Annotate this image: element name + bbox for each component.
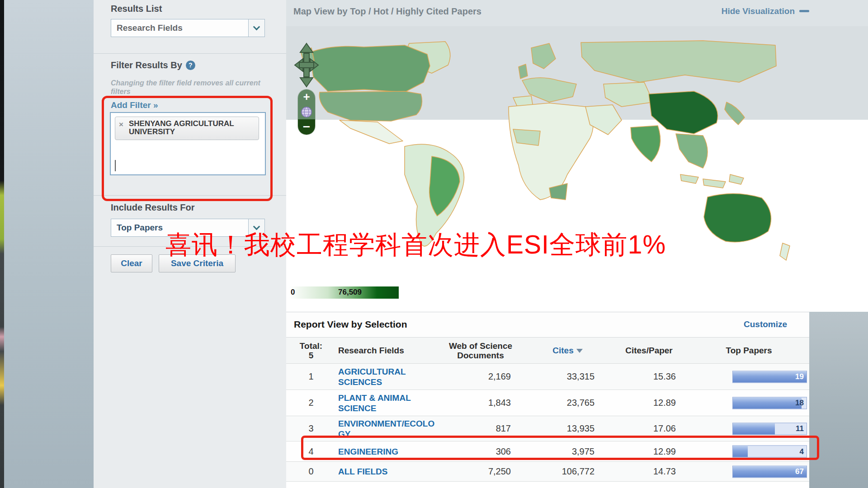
- docs-cell: 7,250: [435, 466, 526, 477]
- field-link[interactable]: AGRICULTURAL SCIENCES: [338, 367, 406, 387]
- include-results-title: Include Results For: [111, 202, 195, 213]
- bar-value: 67: [795, 467, 804, 476]
- cites-per-paper-header[interactable]: Cites/Paper: [609, 346, 689, 355]
- report-title: Report View by Selection: [294, 319, 407, 330]
- docs-cell: 1,843: [435, 398, 526, 408]
- divider: [94, 53, 286, 54]
- cites-cell: 106,772: [526, 466, 609, 477]
- docs-cell: 817: [435, 423, 526, 434]
- hide-visualization-link[interactable]: Hide Visualization: [722, 6, 809, 16]
- zoom-in-button[interactable]: +: [298, 89, 315, 104]
- research-fields-header[interactable]: Research Fields: [336, 346, 435, 356]
- top-papers-bar: 18: [689, 390, 809, 416]
- cites-cell: 23,765: [526, 398, 609, 408]
- bar-value: 11: [796, 424, 804, 433]
- report-header: Report View by Selection Customize: [286, 312, 809, 338]
- cpp-cell: 15.36: [609, 371, 689, 382]
- bar-value: 18: [795, 399, 804, 408]
- esi-app-window: Results List Research Fields Filter Resu…: [0, 0, 868, 488]
- top-papers-bar: 19: [689, 364, 809, 389]
- help-icon[interactable]: ?: [186, 61, 195, 70]
- background-panel: [4, 0, 94, 488]
- rank-cell: 3: [286, 423, 336, 434]
- bar-value: 19: [795, 372, 804, 381]
- cpp-cell: 17.06: [609, 423, 689, 434]
- minus-icon: [799, 10, 809, 12]
- cites-cell: 13,935: [526, 423, 609, 434]
- cpp-cell: 14.73: [609, 466, 689, 477]
- annotation-box-filter: [102, 96, 273, 201]
- globe-button[interactable]: [298, 104, 315, 119]
- legend-min: 0: [291, 288, 295, 297]
- sort-desc-icon: [576, 349, 583, 353]
- top-papers-header[interactable]: Top Papers: [689, 346, 809, 355]
- rank-cell: 2: [286, 398, 336, 408]
- announcement-text: 喜讯！我校工程学科首次进入ESI全球前1%: [165, 228, 666, 263]
- filter-results-title: Filter Results By?: [111, 60, 195, 70]
- filter-note: Changing the filter field removes all cu…: [111, 79, 263, 96]
- docs-cell: 2,169: [435, 371, 526, 382]
- zoom-control: + −: [298, 89, 315, 135]
- table-row: 1 AGRICULTURAL SCIENCES 2,169 33,315 15.…: [286, 364, 809, 390]
- customize-link[interactable]: Customize: [744, 319, 787, 329]
- background-panel-right: [809, 312, 868, 488]
- legend-max: 76,509: [338, 288, 362, 297]
- wos-documents-header[interactable]: Web of Science Documents: [435, 341, 526, 360]
- map-canvas: + − 0 76,509: [286, 26, 868, 312]
- report-table: Total: 5 Research Fields Web of Science …: [286, 338, 809, 482]
- globe-icon: [301, 106, 312, 118]
- desktop-edge-sliver: [0, 0, 4, 488]
- cites-header[interactable]: Cites: [526, 346, 609, 355]
- chevron-down-icon[interactable]: [248, 19, 264, 37]
- results-list-dropdown[interactable]: Research Fields: [111, 19, 265, 37]
- table-row: 0 ALL FIELDS 7,250 106,772 14.73 67: [286, 462, 809, 482]
- map-title: Map View by Top / Hot / Highly Cited Pap…: [293, 6, 481, 17]
- field-link[interactable]: PLANT & ANIMAL SCIENCE: [338, 393, 410, 413]
- table-header-row: Total: 5 Research Fields Web of Science …: [286, 338, 809, 364]
- rank-cell: 1: [286, 371, 336, 382]
- map-header: Map View by Top / Hot / Highly Cited Pap…: [286, 0, 868, 26]
- annotation-box-engineering-row: [301, 436, 819, 460]
- total-header: Total: 5: [286, 341, 336, 360]
- clear-button[interactable]: Clear: [111, 254, 152, 272]
- table-row: 2 PLANT & ANIMAL SCIENCE 1,843 23,765 12…: [286, 390, 809, 416]
- field-link[interactable]: ALL FIELDS: [338, 467, 387, 476]
- rank-cell: 0: [286, 466, 336, 477]
- results-list-title: Results List: [111, 4, 162, 14]
- cites-cell: 33,315: [526, 371, 609, 382]
- cpp-cell: 12.89: [609, 398, 689, 408]
- pan-control[interactable]: [294, 42, 319, 88]
- results-list-value: Research Fields: [111, 23, 248, 33]
- map-legend: 0 76,509: [289, 286, 399, 299]
- top-papers-bar: 67: [689, 462, 809, 481]
